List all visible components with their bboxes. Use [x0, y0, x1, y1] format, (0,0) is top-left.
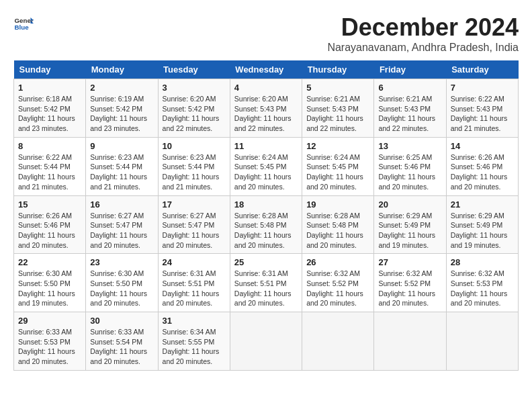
calendar-cell: 25Sunrise: 6:31 AMSunset: 5:51 PMDayligh… [230, 254, 302, 312]
week-row-5: 29Sunrise: 6:33 AMSunset: 5:53 PMDayligh… [14, 312, 519, 371]
column-header-friday: Friday [374, 60, 446, 79]
calendar-cell: 17Sunrise: 6:27 AMSunset: 5:47 PMDayligh… [158, 195, 230, 254]
day-number: 29 [18, 316, 81, 326]
svg-text:Blue: Blue [15, 24, 30, 31]
column-header-sunday: Sunday [14, 60, 86, 79]
day-info: Sunrise: 6:32 AMSunset: 5:53 PMDaylight:… [451, 269, 514, 308]
day-info: Sunrise: 6:23 AMSunset: 5:44 PMDaylight:… [163, 152, 226, 192]
calendar-cell: 6Sunrise: 6:21 AMSunset: 5:43 PMDaylight… [374, 79, 446, 138]
day-info: Sunrise: 6:29 AMSunset: 5:49 PMDaylight:… [451, 211, 514, 250]
day-number: 1 [18, 83, 81, 93]
day-number: 12 [306, 141, 369, 151]
calendar-cell: 23Sunrise: 6:30 AMSunset: 5:50 PMDayligh… [86, 254, 158, 312]
calendar-cell [374, 312, 446, 371]
day-info: Sunrise: 6:30 AMSunset: 5:50 PMDaylight:… [90, 269, 153, 308]
calendar-header-row: SundayMondayTuesdayWednesdayThursdayFrid… [14, 60, 519, 79]
column-header-tuesday: Tuesday [158, 60, 230, 79]
day-number: 24 [163, 257, 226, 267]
column-header-wednesday: Wednesday [230, 60, 302, 79]
day-number: 27 [378, 257, 441, 267]
column-header-monday: Monday [86, 60, 158, 79]
logo: General Blue [13, 13, 34, 34]
calendar-cell: 13Sunrise: 6:25 AMSunset: 5:46 PMDayligh… [374, 137, 446, 195]
day-number: 17 [163, 199, 226, 210]
day-number: 8 [18, 141, 81, 151]
calendar-cell: 21Sunrise: 6:29 AMSunset: 5:49 PMDayligh… [446, 195, 518, 254]
day-info: Sunrise: 6:33 AMSunset: 5:53 PMDaylight:… [18, 327, 81, 367]
day-number: 23 [90, 257, 153, 267]
day-info: Sunrise: 6:22 AMSunset: 5:43 PMDaylight:… [451, 94, 514, 134]
calendar-cell: 11Sunrise: 6:24 AMSunset: 5:45 PMDayligh… [230, 137, 302, 195]
day-info: Sunrise: 6:20 AMSunset: 5:43 PMDaylight:… [234, 94, 298, 134]
day-number: 22 [18, 257, 81, 267]
day-info: Sunrise: 6:24 AMSunset: 5:45 PMDaylight:… [234, 152, 298, 192]
calendar-cell: 5Sunrise: 6:21 AMSunset: 5:43 PMDaylight… [302, 79, 374, 138]
calendar-cell: 16Sunrise: 6:27 AMSunset: 5:47 PMDayligh… [86, 195, 158, 254]
day-number: 5 [306, 83, 369, 93]
calendar-cell: 15Sunrise: 6:26 AMSunset: 5:46 PMDayligh… [14, 195, 86, 254]
calendar-cell: 28Sunrise: 6:32 AMSunset: 5:53 PMDayligh… [446, 254, 518, 312]
week-row-2: 8Sunrise: 6:22 AMSunset: 5:44 PMDaylight… [14, 137, 519, 195]
logo-icon: General Blue [13, 13, 34, 34]
day-number: 15 [18, 199, 81, 210]
calendar-cell: 12Sunrise: 6:24 AMSunset: 5:45 PMDayligh… [302, 137, 374, 195]
day-info: Sunrise: 6:24 AMSunset: 5:45 PMDaylight:… [306, 152, 369, 192]
day-info: Sunrise: 6:21 AMSunset: 5:43 PMDaylight:… [306, 94, 369, 134]
day-info: Sunrise: 6:34 AMSunset: 5:55 PMDaylight:… [163, 327, 226, 367]
day-number: 16 [90, 199, 153, 210]
calendar-cell: 8Sunrise: 6:22 AMSunset: 5:44 PMDaylight… [14, 137, 86, 195]
day-info: Sunrise: 6:26 AMSunset: 5:46 PMDaylight:… [451, 152, 514, 192]
day-number: 13 [378, 141, 441, 151]
day-info: Sunrise: 6:33 AMSunset: 5:54 PMDaylight:… [90, 327, 153, 367]
day-number: 19 [306, 199, 369, 210]
day-info: Sunrise: 6:30 AMSunset: 5:50 PMDaylight:… [18, 269, 81, 308]
day-number: 26 [306, 257, 369, 267]
day-number: 11 [234, 141, 298, 151]
day-number: 18 [234, 199, 298, 210]
day-number: 3 [163, 83, 226, 93]
day-info: Sunrise: 6:19 AMSunset: 5:42 PMDaylight:… [90, 94, 153, 134]
calendar-cell: 30Sunrise: 6:33 AMSunset: 5:54 PMDayligh… [86, 312, 158, 371]
calendar-cell [446, 312, 518, 371]
day-info: Sunrise: 6:32 AMSunset: 5:52 PMDaylight:… [378, 269, 441, 308]
day-info: Sunrise: 6:28 AMSunset: 5:48 PMDaylight:… [306, 211, 369, 250]
day-number: 20 [378, 199, 441, 210]
page-title: December 2024 [327, 13, 519, 42]
calendar-cell [230, 312, 302, 371]
day-info: Sunrise: 6:32 AMSunset: 5:52 PMDaylight:… [306, 269, 369, 308]
calendar-cell: 29Sunrise: 6:33 AMSunset: 5:53 PMDayligh… [14, 312, 86, 371]
day-info: Sunrise: 6:23 AMSunset: 5:44 PMDaylight:… [90, 152, 153, 192]
title-block: December 2024 Narayanavanam, Andhra Prad… [327, 13, 519, 54]
column-header-saturday: Saturday [446, 60, 518, 79]
calendar-cell: 7Sunrise: 6:22 AMSunset: 5:43 PMDaylight… [446, 79, 518, 138]
calendar-cell: 4Sunrise: 6:20 AMSunset: 5:43 PMDaylight… [230, 79, 302, 138]
column-header-thursday: Thursday [302, 60, 374, 79]
day-info: Sunrise: 6:21 AMSunset: 5:43 PMDaylight:… [378, 94, 441, 134]
calendar-cell: 19Sunrise: 6:28 AMSunset: 5:48 PMDayligh… [302, 195, 374, 254]
calendar-cell: 10Sunrise: 6:23 AMSunset: 5:44 PMDayligh… [158, 137, 230, 195]
week-row-3: 15Sunrise: 6:26 AMSunset: 5:46 PMDayligh… [14, 195, 519, 254]
day-number: 21 [451, 199, 514, 210]
day-info: Sunrise: 6:31 AMSunset: 5:51 PMDaylight:… [163, 269, 226, 308]
day-info: Sunrise: 6:31 AMSunset: 5:51 PMDaylight:… [234, 269, 298, 308]
page-subtitle: Narayanavanam, Andhra Pradesh, India [327, 42, 519, 54]
day-info: Sunrise: 6:27 AMSunset: 5:47 PMDaylight:… [163, 211, 226, 250]
day-info: Sunrise: 6:29 AMSunset: 5:49 PMDaylight:… [378, 211, 441, 250]
calendar-cell: 26Sunrise: 6:32 AMSunset: 5:52 PMDayligh… [302, 254, 374, 312]
calendar-cell: 22Sunrise: 6:30 AMSunset: 5:50 PMDayligh… [14, 254, 86, 312]
week-row-4: 22Sunrise: 6:30 AMSunset: 5:50 PMDayligh… [14, 254, 519, 312]
day-number: 25 [234, 257, 298, 267]
calendar-cell: 9Sunrise: 6:23 AMSunset: 5:44 PMDaylight… [86, 137, 158, 195]
calendar-cell: 18Sunrise: 6:28 AMSunset: 5:48 PMDayligh… [230, 195, 302, 254]
day-number: 7 [451, 83, 514, 93]
calendar-cell: 24Sunrise: 6:31 AMSunset: 5:51 PMDayligh… [158, 254, 230, 312]
day-number: 10 [163, 141, 226, 151]
calendar-cell: 27Sunrise: 6:32 AMSunset: 5:52 PMDayligh… [374, 254, 446, 312]
day-number: 4 [234, 83, 298, 93]
day-info: Sunrise: 6:27 AMSunset: 5:47 PMDaylight:… [90, 211, 153, 250]
calendar-cell: 20Sunrise: 6:29 AMSunset: 5:49 PMDayligh… [374, 195, 446, 254]
day-info: Sunrise: 6:18 AMSunset: 5:42 PMDaylight:… [18, 94, 81, 134]
calendar-cell: 1Sunrise: 6:18 AMSunset: 5:42 PMDaylight… [14, 79, 86, 138]
calendar-cell: 2Sunrise: 6:19 AMSunset: 5:42 PMDaylight… [86, 79, 158, 138]
page-header: General Blue December 2024 Narayanavanam… [13, 13, 519, 54]
